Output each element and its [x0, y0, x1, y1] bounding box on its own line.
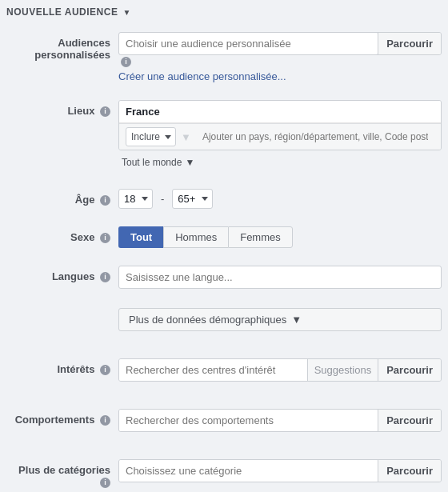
age-row: 18 - 65+ [118, 189, 442, 209]
comportements-input[interactable] [119, 410, 378, 431]
row-comportements: Comportements i Parcourir [0, 404, 448, 437]
lieux-info-icon[interactable]: i [100, 106, 110, 117]
plus-categories-input[interactable] [119, 460, 378, 482]
label-audiences: Audiences personnalisées [6, 32, 118, 61]
header-chevron-icon[interactable]: ▼ [122, 8, 130, 17]
interets-input-wrapper: Suggestions Parcourir [118, 358, 442, 382]
lieux-selected-value: France [119, 101, 441, 123]
content-lieux: France Inclure ▼ Tout le monde ▼ [118, 100, 442, 171]
label-age: Âge i [6, 189, 118, 206]
content-sexe: Tout Hommes Femmes [118, 226, 442, 248]
lieux-add-input[interactable] [196, 128, 434, 146]
sexe-femmes-button[interactable]: Femmes [228, 226, 293, 248]
comportements-parcourir-button[interactable]: Parcourir [378, 410, 441, 431]
header-title: NOUVELLE AUDIENCE [6, 6, 118, 18]
lieux-include-row: Inclure ▼ [119, 123, 441, 150]
plus-categories-parcourir-button[interactable]: Parcourir [378, 460, 441, 482]
section-divider-3 [0, 445, 448, 454]
lieux-include-select[interactable]: Inclure [126, 127, 176, 146]
age-dash: - [158, 193, 167, 205]
content-comportements: Parcourir [118, 409, 442, 432]
create-audience-link[interactable]: Créer une audience personnalisée... [118, 70, 442, 82]
row-lieux: Lieux i France Inclure ▼ Tout le monde ▼ [0, 95, 448, 176]
sexe-hommes-button[interactable]: Hommes [163, 226, 228, 248]
interets-input[interactable] [119, 359, 307, 381]
comportements-input-wrapper: Parcourir [118, 409, 442, 432]
header: NOUVELLE AUDIENCE ▼ [0, 0, 448, 27]
audiences-input-wrapper: Parcourir [118, 32, 442, 55]
interets-parcourir-button[interactable]: Parcourir [378, 359, 441, 381]
content-langues [118, 266, 442, 289]
sexe-buttons: Tout Hommes Femmes [118, 226, 442, 248]
content-plus-categories: Parcourir [118, 459, 442, 482]
row-age: Âge i 18 - 65+ [0, 184, 448, 214]
section-divider-1 [0, 344, 448, 354]
content-interets: Suggestions Parcourir [118, 358, 442, 382]
demo-demographics-button[interactable]: Plus de données démographiques ▼ [118, 308, 442, 331]
label-sexe: Sexe i [6, 226, 118, 243]
content-age: 18 - 65+ [118, 189, 442, 209]
sexe-tout-button[interactable]: Tout [118, 226, 163, 248]
row-langues: Langues i [0, 261, 448, 294]
label-lieux: Lieux i [6, 100, 118, 117]
row-sexe: Sexe i Tout Hommes Femmes [0, 222, 448, 253]
tout-le-monde-row: Tout le monde ▼ [118, 155, 442, 170]
audiences-info-icon[interactable]: i [121, 57, 131, 67]
age-info-icon[interactable]: i [100, 195, 110, 206]
label-comportements: Comportements i [6, 409, 118, 426]
label-interets: Intérêts i [6, 358, 118, 375]
row-interets: Intérêts i Suggestions Parcourir [0, 354, 448, 386]
content-audiences: Parcourir i Créer une audience personnal… [118, 32, 442, 82]
row-demo: Plus de données démographiques ▼ [0, 302, 448, 336]
langues-input[interactable] [118, 266, 442, 289]
tout-le-monde-button[interactable]: Tout le monde ▼ [118, 155, 198, 170]
audiences-parcourir-button[interactable]: Parcourir [378, 33, 441, 54]
plus-categories-info-icon[interactable]: i [100, 478, 110, 488]
age-max-select[interactable]: 65+ [172, 189, 213, 209]
label-langues: Langues i [6, 266, 118, 282]
langues-info-icon[interactable]: i [100, 272, 110, 282]
comportements-info-icon[interactable]: i [100, 415, 110, 426]
content-demo: Plus de données démographiques ▼ [118, 302, 442, 331]
audiences-input[interactable] [119, 33, 378, 54]
interets-suggestions-label[interactable]: Suggestions [307, 359, 378, 381]
sexe-info-icon[interactable]: i [100, 233, 110, 243]
interets-info-icon[interactable]: i [100, 365, 110, 375]
row-audiences: Audiences personnalisées Parcourir i Cré… [0, 27, 448, 87]
plus-categories-input-wrapper: Parcourir [118, 459, 442, 482]
lieux-box: France Inclure ▼ [118, 100, 442, 150]
row-plus-categories: Plus de catégories i Parcourir [0, 454, 448, 492]
section-divider-2 [0, 394, 448, 404]
label-plus-categories: Plus de catégories i [6, 459, 118, 488]
age-min-select[interactable]: 18 [118, 189, 153, 209]
